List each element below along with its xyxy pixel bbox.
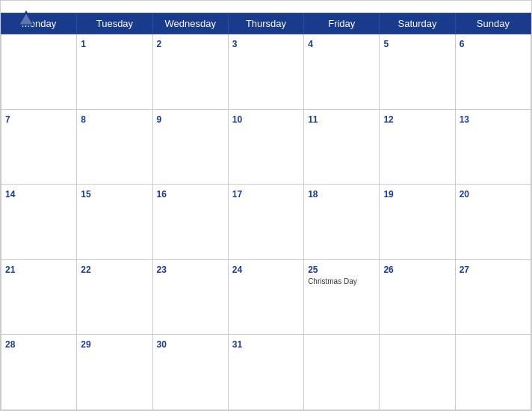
calendar-cell: 25Christmas Day [304,259,380,335]
calendar-cell [304,335,380,410]
calendar-cell: 12 [380,109,455,185]
calendar-cell: 31 [228,335,303,410]
calendar-cell: 13 [455,109,531,185]
calendar-cell: 16 [152,185,228,260]
day-number: 18 [308,189,318,200]
day-number: 10 [232,114,242,125]
calendar-cell: 4 [304,34,380,110]
calendar-cell: 19 [380,185,455,260]
calendar-cell: 20 [455,185,531,260]
calendar-cell: 8 [77,109,152,185]
day-number: 13 [460,114,469,125]
calendar-cell: 26 [380,259,455,335]
calendar-cell: 21 [1,259,77,335]
weekday-thursday: Thursday [228,13,303,34]
day-number: 27 [460,265,469,275]
day-number: 14 [5,189,15,200]
calendar-cell: 22 [77,259,152,335]
weekday-tuesday: Tuesday [77,13,152,34]
weekday-saturday: Saturday [380,13,455,34]
calendar-table: MondayTuesdayWednesdayThursdayFridaySatu… [1,13,531,410]
day-number: 3 [232,39,238,49]
logo-icon [16,8,37,29]
day-number: 17 [232,189,242,200]
calendar-cell: 15 [77,185,152,260]
day-number: 25 [308,265,318,275]
day-number: 6 [460,39,465,49]
weekday-sunday: Sunday [455,13,531,34]
calendar-cell: 6 [455,34,531,110]
calendar-cell: 5 [380,34,455,110]
calendar-cell: 30 [152,335,228,410]
day-number: 7 [5,114,10,125]
calendar-cell: 3 [228,34,303,110]
week-row-2: 78910111213 [1,109,531,185]
calendar-cell [455,335,531,410]
calendar-cell: 28 [1,335,77,410]
day-number: 1 [81,39,86,49]
day-number: 28 [5,339,15,350]
day-number: 26 [383,265,393,275]
calendar-cell: 7 [1,109,77,185]
day-number: 15 [81,189,90,200]
calendar-cell: 1 [77,34,152,110]
calendar-cell: 24 [228,259,303,335]
weekday-friday: Friday [304,13,380,34]
day-number: 31 [232,339,242,350]
calendar-cell [1,34,77,110]
day-number: 2 [157,39,162,49]
weekday-wednesday: Wednesday [152,13,228,34]
calendar-cell: 9 [152,109,228,185]
calendar-cell: 18 [304,185,380,260]
logo [16,8,40,29]
day-number: 29 [81,339,90,350]
calendar-cell: 17 [228,185,303,260]
calendar-cell: 11 [304,109,380,185]
calendar-cell: 10 [228,109,303,185]
week-row-3: 14151617181920 [1,185,531,260]
day-number: 21 [5,265,15,275]
calendar-cell: 27 [455,259,531,335]
day-number: 19 [383,189,393,200]
calendar-cell: 2 [152,34,228,110]
week-row-5: 28293031 [1,335,531,410]
day-number: 20 [460,189,469,200]
event-label: Christmas Day [308,277,375,285]
calendar-cell: 23 [152,259,228,335]
day-number: 9 [157,114,162,125]
calendar-header [1,1,531,13]
day-number: 22 [81,265,90,275]
day-number: 4 [308,39,313,49]
calendar-container: MondayTuesdayWednesdayThursdayFridaySatu… [0,0,532,411]
day-number: 8 [81,114,86,125]
day-number: 23 [157,265,167,275]
week-row-4: 2122232425Christmas Day2627 [1,259,531,335]
calendar-cell [380,335,455,410]
day-number: 16 [157,189,167,200]
day-number: 11 [308,114,318,125]
weekday-header-row: MondayTuesdayWednesdayThursdayFridaySatu… [1,13,531,34]
calendar-cell: 29 [77,335,152,410]
day-number: 5 [383,39,389,49]
day-number: 24 [232,265,242,275]
day-number: 12 [383,114,393,125]
week-row-1: 123456 [1,34,531,110]
day-number: 30 [157,339,167,350]
calendar-cell: 14 [1,185,77,260]
